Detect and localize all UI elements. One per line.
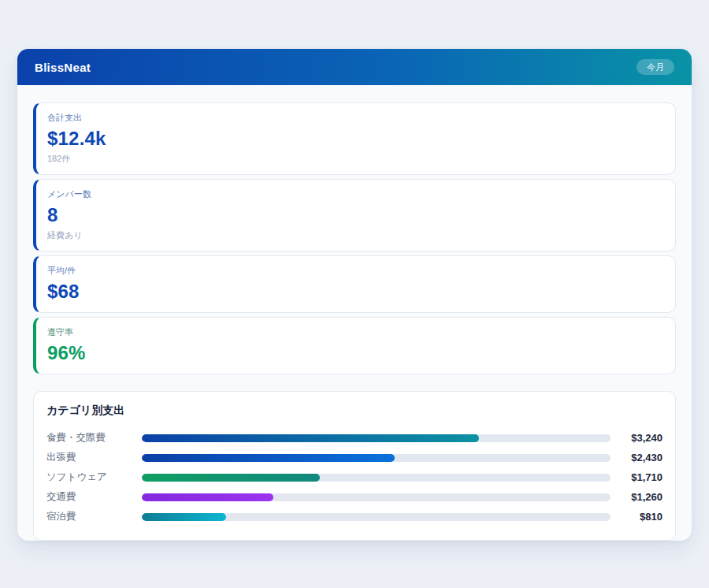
category-bar-fill (142, 474, 320, 482)
category-spend-card: カテゴリ別支出 食費・交際費 $3,240 出張費 $2,430 ソフトウェア (33, 391, 676, 541)
category-row-software: ソフトウェア $1,710 (46, 467, 663, 487)
stat-value: 96% (47, 342, 663, 364)
category-label: 交通費 (46, 490, 142, 504)
panel-body: 合計支出 $12.4k 182件 メンバー数 8 経費あり 平均/件 $68 遵… (17, 85, 692, 541)
category-label: 宿泊費 (46, 510, 142, 523)
category-row-business-trip: 出張費 $2,430 (46, 448, 663, 467)
category-bar-fill (142, 493, 273, 501)
stat-sub: 経費あり (47, 229, 663, 241)
app-header: BlissNeat 今月 (17, 49, 692, 85)
category-bar-track (142, 434, 611, 442)
stat-value: $68 (47, 281, 663, 303)
stat-card-compliance-rate: 遵守率 96% (33, 317, 676, 374)
category-row-transport: 交通費 $1,260 (46, 487, 663, 507)
stat-card-member-count: メンバー数 8 経費あり (33, 179, 676, 251)
category-bar-track (142, 493, 611, 501)
period-badge[interactable]: 今月 (637, 59, 674, 75)
category-bar-track (142, 513, 611, 521)
stat-sub: 182件 (47, 153, 663, 165)
stat-label: メンバー数 (47, 188, 663, 200)
category-row-lodging: 宿泊費 $810 (46, 507, 663, 527)
category-row-food-entertainment: 食費・交際費 $3,240 (46, 428, 663, 448)
category-bar-fill (142, 513, 226, 521)
category-label: ソフトウェア (46, 471, 142, 484)
category-card-title: カテゴリ別支出 (46, 404, 663, 418)
category-label: 出張費 (46, 451, 142, 464)
category-bar-fill (142, 454, 395, 462)
category-amount: $3,240 (611, 432, 663, 444)
stat-label: 遵守率 (47, 326, 663, 338)
stat-label: 合計支出 (47, 112, 663, 124)
stat-value: $12.4k (47, 128, 663, 150)
stat-label: 平均/件 (47, 265, 663, 277)
category-amount: $810 (611, 511, 663, 523)
category-amount: $2,430 (611, 452, 663, 463)
category-bar-track (142, 474, 611, 482)
category-amount: $1,260 (611, 491, 663, 503)
category-bar-fill (142, 434, 479, 442)
dashboard-panel: BlissNeat 今月 合計支出 $12.4k 182件 メンバー数 8 経費… (17, 49, 692, 541)
app-title: BlissNeat (35, 61, 91, 74)
stat-card-average-per-item: 平均/件 $68 (33, 255, 676, 313)
category-amount: $1,710 (611, 471, 663, 483)
category-label: 食費・交際費 (46, 431, 142, 445)
stat-value: 8 (47, 204, 663, 226)
stat-card-total-spend: 合計支出 $12.4k 182件 (33, 102, 676, 175)
category-bar-track (142, 454, 611, 462)
